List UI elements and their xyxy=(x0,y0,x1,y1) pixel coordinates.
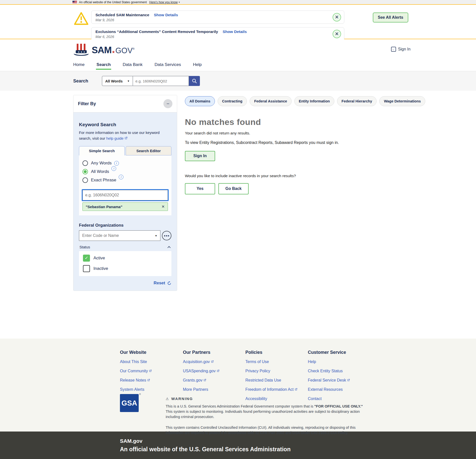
sign-in-label: Sign In xyxy=(398,47,411,51)
warning-block: ⚠ WARNING This is a U.S. General Service… xyxy=(166,397,366,436)
checkbox-label: Inactive xyxy=(93,266,108,271)
chevron-down-icon: ▾ xyxy=(179,1,180,3)
yes-button[interactable]: Yes xyxy=(185,183,215,194)
chevron-up-icon[interactable] xyxy=(167,246,171,248)
uncle-sam-hat-icon: ★ ★ ★ xyxy=(73,43,89,57)
footer-link-more-partners[interactable]: More Partners xyxy=(183,387,243,392)
collapse-filters-button[interactable]: − xyxy=(163,99,172,108)
identity-footer: SAM.gov An official website of the U.S. … xyxy=(0,432,476,459)
reset-link[interactable]: Reset xyxy=(154,281,165,286)
site-header: ★ ★ ★ SAM ★ GOV ® ← Sign In xyxy=(0,39,476,61)
footer-link-help[interactable]: Help xyxy=(308,360,368,364)
footer-link-restricted-data-use[interactable]: Restricted Data Use xyxy=(245,378,305,383)
nav-item-data-services[interactable]: Data Services xyxy=(154,61,181,70)
info-icon[interactable]: i xyxy=(114,161,119,166)
footer-link-check-entity-status[interactable]: Check Entity Status xyxy=(308,369,368,373)
footer-link-release-notes[interactable]: Release Notes xyxy=(120,378,180,383)
footer-link-usaspending-gov[interactable]: USASpending.gov xyxy=(183,369,243,373)
warning-paragraph-2: This system contains Controlled Unclassi… xyxy=(166,425,366,436)
logo-star-icon: ★ xyxy=(112,50,115,54)
gov-banner-text: An official website of the United States… xyxy=(79,0,147,4)
checkbox-active[interactable]: ✓ Active xyxy=(83,255,167,262)
nav-item-search[interactable]: Search xyxy=(96,61,111,70)
svg-text:★: ★ xyxy=(83,51,85,53)
inactive-records-question: Would you like to include inactive recor… xyxy=(185,174,396,178)
us-flag-icon xyxy=(72,1,77,3)
sign-in-link[interactable]: ← Sign In xyxy=(391,47,411,52)
simple-search-panel: Any Words i All Words i Exact Phrase i "… xyxy=(79,155,171,215)
search-input[interactable] xyxy=(133,76,189,86)
help-guide-link[interactable]: help guide xyxy=(106,136,128,140)
chip-remove-icon[interactable]: ✕ xyxy=(161,204,165,209)
footer-heading: Customer Service xyxy=(308,350,368,355)
footer-link-about-this-site[interactable]: About This Site xyxy=(120,360,180,364)
footer-link-federal-service-desk[interactable]: Federal Service Desk xyxy=(308,378,368,383)
sam-gov-logo[interactable]: ★ ★ ★ SAM ★ GOV ® xyxy=(73,43,135,57)
external-link-icon xyxy=(211,360,214,363)
footer-link-external-resources[interactable]: External Resources xyxy=(308,387,368,392)
external-link-icon xyxy=(149,369,152,373)
keyword-input[interactable] xyxy=(82,190,168,200)
external-link-icon xyxy=(216,369,220,373)
logo-sam-text: SAM xyxy=(92,45,111,55)
see-all-alerts-button[interactable]: See All Alerts xyxy=(373,12,408,22)
search-bar-section: Search All Words ▼ xyxy=(0,71,476,91)
svg-text:★: ★ xyxy=(78,51,80,53)
close-icon[interactable]: ✕ xyxy=(333,13,341,21)
checked-checkbox-icon: ✓ xyxy=(83,255,90,262)
search-button[interactable] xyxy=(189,76,200,86)
footer-link-terms-of-use[interactable]: Terms of Use xyxy=(245,360,305,364)
federal-orgs-combobox[interactable]: Enter Code or Name ▼ xyxy=(79,230,160,241)
alert-date: Mar 6, 2026 xyxy=(95,35,329,39)
footer-link-system-alerts[interactable]: System Alerts xyxy=(120,387,180,392)
pill-federal-assistance[interactable]: Federal Assistance xyxy=(250,96,292,106)
radio-all-words[interactable] xyxy=(82,169,88,174)
footer-heading: Our Partners xyxy=(183,350,243,355)
external-link-icon xyxy=(347,379,350,382)
footer-site-name: SAM.gov xyxy=(120,438,476,444)
more-options-icon[interactable]: ●●● xyxy=(162,231,171,240)
footer-official-text: An official website of the U.S. General … xyxy=(120,446,476,453)
how-you-know-link[interactable]: Here's how you know xyxy=(149,0,178,4)
footer-link-our-community[interactable]: Our Community xyxy=(120,369,180,373)
tab-simple-search[interactable]: Simple Search xyxy=(79,146,125,155)
status-heading: Status xyxy=(79,245,90,249)
checkbox-label: Active xyxy=(93,256,105,261)
pill-entity-information[interactable]: Entity Information xyxy=(294,96,334,106)
tab-search-editor[interactable]: Search Editor xyxy=(126,146,171,155)
close-icon[interactable]: ✕ xyxy=(333,30,341,38)
pill-contracting[interactable]: Contracting xyxy=(218,96,247,106)
info-icon[interactable]: i xyxy=(111,166,116,171)
federal-orgs-heading: Federal Organizations xyxy=(79,223,171,228)
pill-wage-determinations[interactable]: Wage Determinations xyxy=(379,96,425,106)
footer-link-privacy-policy[interactable]: Privacy Policy xyxy=(245,369,305,373)
sign-in-button[interactable]: Sign In xyxy=(185,151,215,161)
no-results-message: Your search did not return any results. xyxy=(185,131,396,135)
sign-in-message: To view Entity Registrations, Subcontrac… xyxy=(185,140,354,145)
alert-title: Exclusions “Additional Comments” Content… xyxy=(95,29,218,34)
radio-exact-phrase[interactable] xyxy=(82,177,88,183)
show-details-link[interactable]: Show Details xyxy=(154,13,178,17)
radio-any-words[interactable] xyxy=(82,160,88,166)
nav-item-data-bank[interactable]: Data Bank xyxy=(122,61,143,70)
pill-all-domains[interactable]: All Domains xyxy=(185,96,215,106)
logo-gov-text: GOV xyxy=(115,46,133,55)
dropdown-caret-icon: ▼ xyxy=(127,80,130,82)
nav-item-home[interactable]: Home xyxy=(73,61,85,70)
gsa-registered-mark: ® xyxy=(139,393,141,396)
checkbox-inactive[interactable]: Inactive xyxy=(83,265,167,272)
go-back-button[interactable]: Go Back xyxy=(218,183,249,194)
search-mode-dropdown[interactable]: All Words ▼ xyxy=(102,76,133,86)
external-link-icon xyxy=(203,379,206,382)
external-link-icon xyxy=(124,136,128,140)
radio-label: Any Words xyxy=(91,161,112,166)
pill-federal-hierarchy[interactable]: Federal Hierarchy xyxy=(337,96,377,106)
svg-text:★: ★ xyxy=(80,51,82,53)
show-details-link[interactable]: Show Details xyxy=(223,29,247,34)
nav-item-help[interactable]: Help xyxy=(192,61,202,70)
info-icon[interactable]: i xyxy=(119,175,123,179)
dropdown-caret-icon: ▼ xyxy=(155,234,157,237)
footer-link-foia[interactable]: Freedom of Information Act xyxy=(245,387,305,392)
footer-link-grants-gov[interactable]: Grants.gov xyxy=(183,378,243,383)
footer-link-acquisition-gov[interactable]: Acquisition.gov xyxy=(183,360,243,364)
